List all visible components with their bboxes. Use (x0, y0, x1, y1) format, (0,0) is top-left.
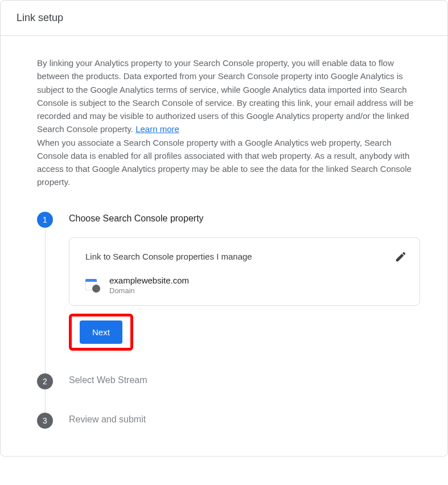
step-3-content: Review and submit (69, 413, 420, 425)
step-2: 2 Select Web Stream (37, 373, 420, 413)
property-box-title: Link to Search Console properties I mana… (85, 252, 252, 261)
step-3: 3 Review and submit (37, 413, 420, 429)
step-1-content: Choose Search Console property Link to S… (69, 212, 420, 373)
card-body: By linking your Analytics property to yo… (1, 36, 447, 456)
step-2-marker: 2 (37, 373, 53, 389)
property-row: examplewebsite.com Domain (85, 276, 407, 295)
next-button[interactable]: Next (80, 320, 122, 344)
step-3-title: Review and submit (69, 414, 420, 425)
step-connector (45, 228, 46, 389)
description-part1: By linking your Analytics property to yo… (37, 58, 413, 134)
description-part2: When you associate a Search Console prop… (37, 138, 412, 187)
learn-more-link[interactable]: Learn more (135, 124, 179, 134)
edit-icon[interactable] (394, 250, 407, 263)
next-button-highlight: Next (69, 314, 133, 351)
steps-container: 1 Choose Search Console property Link to… (37, 212, 420, 429)
step-3-marker: 3 (37, 413, 53, 429)
property-icon (85, 278, 100, 293)
property-box: Link to Search Console properties I mana… (69, 237, 420, 306)
property-box-header: Link to Search Console properties I mana… (85, 250, 407, 263)
step-1: 1 Choose Search Console property Link to… (37, 212, 420, 373)
step-1-marker: 1 (37, 212, 53, 228)
description-text: By linking your Analytics property to yo… (37, 56, 420, 189)
step-2-content: Select Web Stream (69, 373, 420, 413)
link-setup-card: Link setup By linking your Analytics pro… (0, 0, 448, 457)
card-header: Link setup (1, 1, 447, 36)
property-type: Domain (109, 286, 189, 295)
page-title: Link setup (17, 12, 431, 24)
property-name: examplewebsite.com (109, 276, 189, 285)
property-text: examplewebsite.com Domain (109, 276, 189, 295)
step-2-title: Select Web Stream (69, 375, 420, 385)
step-1-title: Choose Search Console property (69, 213, 420, 224)
